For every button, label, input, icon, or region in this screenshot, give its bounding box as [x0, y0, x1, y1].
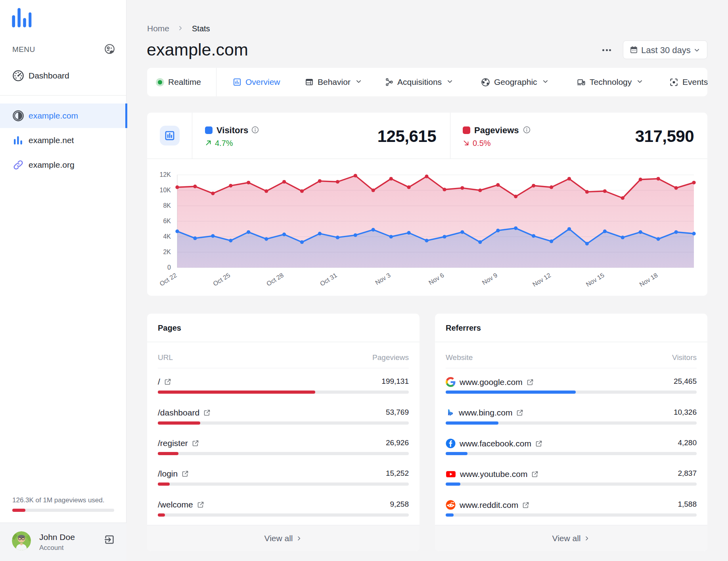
svg-text:Nov 6: Nov 6 — [427, 272, 445, 286]
svg-text:Nov 18: Nov 18 — [638, 272, 659, 288]
svg-text:Oct 31: Oct 31 — [319, 272, 338, 287]
svg-text:4K: 4K — [163, 233, 171, 240]
svg-text:12K: 12K — [160, 171, 171, 178]
svg-text:0: 0 — [167, 264, 171, 271]
svg-text:Nov 15: Nov 15 — [585, 272, 605, 288]
svg-text:2K: 2K — [163, 249, 171, 255]
svg-text:6K: 6K — [163, 218, 171, 224]
svg-text:Oct 22: Oct 22 — [159, 272, 178, 287]
svg-text:Oct 25: Oct 25 — [212, 272, 231, 287]
svg-text:Nov 12: Nov 12 — [531, 272, 552, 288]
svg-text:Nov 3: Nov 3 — [374, 272, 392, 286]
svg-text:Nov 9: Nov 9 — [481, 272, 499, 286]
svg-text:8K: 8K — [163, 202, 171, 209]
svg-text:Oct 28: Oct 28 — [265, 272, 285, 287]
svg-text:10K: 10K — [160, 187, 171, 193]
